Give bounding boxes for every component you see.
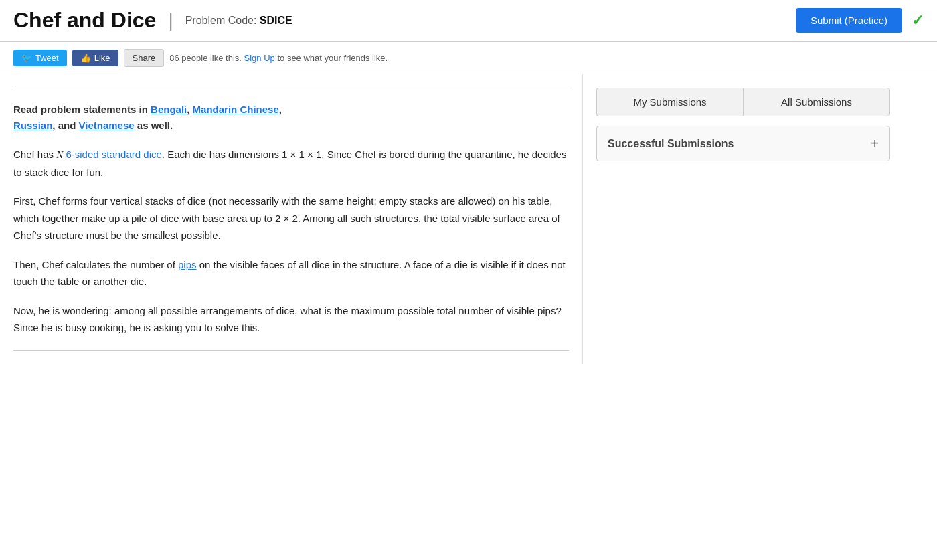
tab-my-submissions[interactable]: My Submissions <box>596 88 743 116</box>
problem-para2: First, Chef forms four vertical stacks o… <box>13 193 569 244</box>
main-layout: Read problem statements in Bengali, Mand… <box>0 74 937 364</box>
n-variable: N <box>56 149 63 160</box>
social-text: 86 people like this. Sign Up to see what… <box>169 53 388 63</box>
header-actions: Submit (Practice) ✓ <box>796 8 924 33</box>
share-button[interactable]: Share <box>124 49 165 67</box>
read-statement: Read problem statements in Bengali, Mand… <box>13 102 569 134</box>
mandarin-link[interactable]: Mandarin Chinese <box>193 104 279 115</box>
tab-all-submissions[interactable]: All Submissions <box>743 88 890 116</box>
problem-para3: Then, Chef calculates the number of pips… <box>13 256 569 290</box>
signup-link[interactable]: Sign Up <box>244 53 275 63</box>
thumbs-up-icon: 👍 <box>80 53 91 63</box>
section-header-title: Successful Submissions <box>608 138 734 150</box>
tab-row: My Submissions All Submissions <box>596 88 890 116</box>
pips-link[interactable]: pips <box>178 259 197 270</box>
like-button[interactable]: 👍 Like <box>72 50 118 66</box>
successful-submissions-section[interactable]: Successful Submissions + <box>596 126 890 161</box>
checkmark-icon: ✓ <box>912 12 924 29</box>
page-header: Chef and Dice | Problem Code: SDICE Subm… <box>0 0 937 42</box>
vietnamese-link[interactable]: Vietnamese <box>79 120 135 131</box>
expand-icon: + <box>871 136 879 151</box>
twitter-icon: 🐦 <box>21 53 32 63</box>
problem-body: Read problem statements in Bengali, Mand… <box>13 88 569 351</box>
social-bar: 🐦 Tweet 👍 Like Share 86 people like this… <box>0 42 937 74</box>
standard-dice-link[interactable]: 6-sided standard dice <box>66 149 161 160</box>
page-title: Chef and Dice <box>13 8 156 33</box>
problem-code-label: Problem Code: SDICE <box>185 15 292 27</box>
tweet-button[interactable]: 🐦 Tweet <box>13 50 67 66</box>
header-divider: | <box>168 10 173 31</box>
content-area: Read problem statements in Bengali, Mand… <box>0 74 582 364</box>
problem-para1: Chef has N 6-sided standard dice. Each d… <box>13 146 569 181</box>
bottom-rule <box>13 350 569 351</box>
problem-code-value: SDICE <box>260 15 292 26</box>
problem-para4: Now, he is wondering: among all possible… <box>13 302 569 337</box>
sidebar: My Submissions All Submissions Successfu… <box>582 74 904 364</box>
submit-button[interactable]: Submit (Practice) <box>796 8 902 33</box>
russian-link[interactable]: Russian <box>13 120 52 131</box>
bengali-link[interactable]: Bengali <box>151 104 187 115</box>
